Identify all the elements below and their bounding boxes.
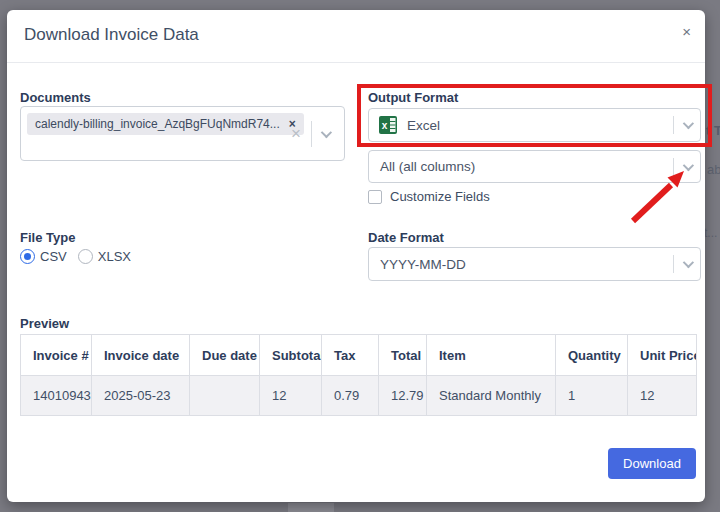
radio-selected-icon[interactable] bbox=[20, 249, 35, 264]
radio-option-xlsx[interactable]: XLSX bbox=[78, 249, 131, 264]
cell-invoice-date: 2025-05-23 bbox=[92, 376, 190, 416]
radio-label: CSV bbox=[40, 249, 67, 264]
svg-text:x: x bbox=[382, 120, 388, 131]
download-button[interactable]: Download bbox=[608, 448, 696, 479]
cell-tax: 0.79 bbox=[322, 376, 379, 416]
cell-item: Standard Monthly bbox=[427, 376, 556, 416]
table-row: 14010943 2025-05-23 12 0.79 12.79 Standa… bbox=[21, 376, 697, 416]
column-header: Subtotal bbox=[260, 335, 322, 376]
column-header: Invoice date bbox=[92, 335, 190, 376]
columns-select[interactable]: All (all columns) bbox=[368, 150, 701, 183]
backdrop-block bbox=[288, 503, 334, 512]
date-format-label: Date Format bbox=[368, 230, 444, 245]
excel-icon: x bbox=[379, 116, 397, 134]
table-header-row: Invoice # Invoice date Due date Subtotal… bbox=[21, 335, 697, 376]
backdrop-text-fragment: ab bbox=[707, 162, 720, 177]
output-format-select[interactable]: x Excel bbox=[368, 108, 701, 142]
date-format-select[interactable]: YYYY-MM-DD bbox=[368, 247, 701, 281]
preview-label: Preview bbox=[20, 316, 69, 331]
file-type-label: File Type bbox=[20, 230, 75, 245]
column-header: Quantity bbox=[556, 335, 628, 376]
columns-select-value: All (all columns) bbox=[369, 159, 673, 174]
cell-total: 12.79 bbox=[379, 376, 427, 416]
download-invoice-modal: Download Invoice Data × Documents calend… bbox=[7, 10, 705, 502]
close-icon[interactable]: × bbox=[682, 24, 691, 39]
screen-backdrop: t T ab t... Download Invoice Data × Docu… bbox=[0, 0, 720, 512]
document-tag-label: calendly-billing_invoice_AzqBgFUqNmdR74.… bbox=[35, 117, 280, 131]
cell-unit-price: 12 bbox=[628, 376, 697, 416]
modal-header: Download Invoice Data × bbox=[7, 10, 705, 63]
chevron-down-icon[interactable] bbox=[674, 260, 700, 268]
output-format-value: Excel bbox=[397, 118, 673, 133]
column-header: Item bbox=[427, 335, 556, 376]
radio-label: XLSX bbox=[98, 249, 131, 264]
cell-due-date bbox=[190, 376, 260, 416]
chevron-down-icon[interactable] bbox=[674, 163, 700, 171]
column-header: Due date bbox=[190, 335, 260, 376]
date-format-value: YYYY-MM-DD bbox=[369, 257, 673, 272]
backdrop-text-fragment: t... bbox=[704, 226, 717, 240]
cell-quantity: 1 bbox=[556, 376, 628, 416]
documents-label: Documents bbox=[20, 90, 91, 105]
customize-fields-checkbox[interactable] bbox=[368, 190, 382, 204]
column-header: Total bbox=[379, 335, 427, 376]
file-type-options: CSV XLSX bbox=[20, 249, 142, 264]
document-tag: calendly-billing_invoice_AzqBgFUqNmdR74.… bbox=[27, 113, 304, 135]
backdrop-text-fragment: t T bbox=[706, 123, 720, 138]
output-format-label: Output Format bbox=[368, 90, 458, 105]
documents-multiselect[interactable]: calendly-billing_invoice_AzqBgFUqNmdR74.… bbox=[20, 106, 345, 161]
cell-subtotal: 12 bbox=[260, 376, 322, 416]
column-header: Invoice # bbox=[21, 335, 92, 376]
customize-fields-row: Customize Fields bbox=[368, 189, 490, 204]
preview-table: Invoice # Invoice date Due date Subtotal… bbox=[20, 334, 696, 416]
clear-all-icon[interactable]: × bbox=[281, 124, 311, 144]
column-header: Tax bbox=[322, 335, 379, 376]
modal-title: Download Invoice Data bbox=[24, 25, 199, 45]
radio-unselected-icon[interactable] bbox=[78, 249, 93, 264]
chevron-down-icon[interactable] bbox=[674, 121, 700, 129]
cell-invoice-number: 14010943 bbox=[21, 376, 92, 416]
chevron-down-icon[interactable] bbox=[312, 130, 338, 138]
column-header: Unit Price bbox=[628, 335, 697, 376]
radio-option-csv[interactable]: CSV bbox=[20, 249, 67, 264]
customize-fields-label: Customize Fields bbox=[390, 189, 490, 204]
